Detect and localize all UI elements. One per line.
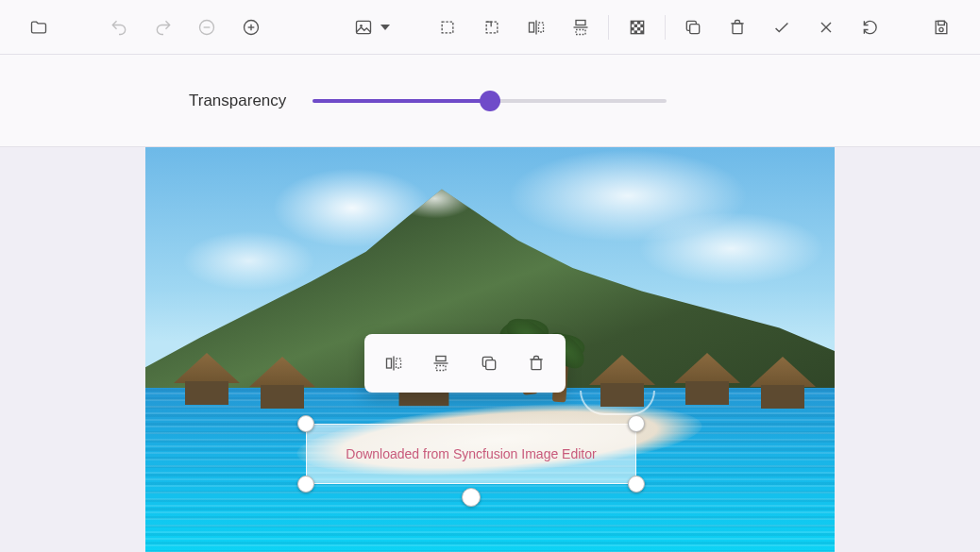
checker-icon bbox=[628, 18, 647, 37]
watermark-text: Downloaded from Syncfusion Image Editor bbox=[346, 446, 596, 461]
plus-circle-icon bbox=[242, 18, 261, 37]
check-icon bbox=[771, 17, 792, 38]
svg-rect-36 bbox=[485, 360, 495, 370]
resize-handle-top-right[interactable] bbox=[628, 415, 645, 432]
cancel-button[interactable] bbox=[803, 8, 848, 46]
duplicate-icon bbox=[684, 18, 702, 37]
selection-fill: Downloaded from Syncfusion Image Editor bbox=[306, 424, 636, 484]
resize-handle-top-left[interactable] bbox=[297, 415, 314, 432]
quick-duplicate-button[interactable] bbox=[468, 343, 510, 384]
svg-rect-31 bbox=[387, 359, 392, 368]
svg-rect-37 bbox=[532, 360, 541, 370]
save-button[interactable] bbox=[919, 8, 963, 46]
svg-point-29 bbox=[939, 27, 943, 31]
quick-flip-vertical-button[interactable] bbox=[420, 343, 462, 384]
image-background bbox=[249, 357, 315, 409]
rotate-handle[interactable] bbox=[462, 488, 481, 507]
svg-rect-24 bbox=[690, 24, 700, 33]
transparency-label: Transparency bbox=[189, 92, 286, 110]
toolbar-separator bbox=[665, 15, 666, 40]
image-background bbox=[674, 353, 740, 405]
canvas-area: Downloaded from Syncfusion Image Editor bbox=[0, 147, 980, 552]
crop-button[interactable] bbox=[426, 8, 470, 46]
close-icon bbox=[817, 18, 836, 37]
minus-circle-icon bbox=[197, 18, 216, 37]
edited-image[interactable]: Downloaded from Syncfusion Image Editor bbox=[145, 147, 835, 552]
svg-rect-8 bbox=[486, 22, 498, 33]
context-toolbar: Transparency bbox=[0, 55, 980, 147]
crop-icon bbox=[438, 18, 457, 37]
flip-horizontal-icon bbox=[527, 18, 546, 37]
reset-button[interactable] bbox=[848, 8, 892, 46]
selection-box[interactable]: Downloaded from Syncfusion Image Editor bbox=[306, 424, 636, 484]
svg-rect-28 bbox=[938, 21, 944, 25]
svg-rect-34 bbox=[436, 357, 446, 361]
svg-rect-18 bbox=[634, 24, 636, 26]
flip-vertical-button[interactable] bbox=[558, 8, 602, 46]
svg-rect-22 bbox=[634, 30, 636, 33]
reset-icon bbox=[861, 18, 880, 37]
quick-flip-horizontal-button[interactable] bbox=[373, 343, 414, 384]
svg-rect-35 bbox=[436, 366, 446, 371]
svg-rect-7 bbox=[442, 22, 453, 33]
trash-icon bbox=[527, 354, 546, 373]
svg-rect-25 bbox=[733, 23, 742, 33]
svg-rect-10 bbox=[529, 23, 533, 32]
slider-thumb[interactable] bbox=[480, 91, 500, 111]
svg-rect-23 bbox=[640, 30, 643, 33]
confirm-button[interactable] bbox=[760, 8, 804, 46]
svg-rect-16 bbox=[631, 21, 634, 24]
undo-icon bbox=[110, 18, 128, 37]
slider-fill bbox=[313, 99, 490, 103]
flip-horizontal-icon bbox=[384, 354, 403, 373]
transparency-button[interactable] bbox=[615, 8, 659, 46]
duplicate-button[interactable] bbox=[671, 8, 716, 46]
selection-quick-toolbar bbox=[364, 334, 566, 393]
folder-icon bbox=[29, 18, 48, 37]
open-button[interactable] bbox=[17, 8, 61, 46]
resize-button[interactable] bbox=[470, 8, 515, 46]
save-icon bbox=[932, 18, 951, 37]
flip-vertical-icon bbox=[571, 18, 590, 37]
zoom-in-button[interactable] bbox=[229, 8, 274, 46]
svg-rect-32 bbox=[397, 359, 401, 368]
resize-handle-bottom-left[interactable] bbox=[297, 476, 314, 493]
redo-icon bbox=[154, 18, 173, 37]
trash-icon bbox=[728, 18, 747, 37]
svg-rect-21 bbox=[637, 27, 640, 30]
image-background bbox=[174, 353, 240, 405]
duplicate-icon bbox=[480, 354, 498, 373]
resize-icon bbox=[482, 18, 501, 37]
chevron-down-icon bbox=[380, 25, 390, 30]
redo-button bbox=[141, 8, 185, 46]
toolbar-separator bbox=[608, 15, 609, 40]
main-toolbar bbox=[0, 0, 980, 55]
delete-button[interactable] bbox=[716, 8, 760, 46]
transparency-slider[interactable] bbox=[313, 92, 667, 110]
svg-rect-14 bbox=[576, 29, 585, 34]
image-icon bbox=[354, 18, 373, 37]
svg-rect-19 bbox=[640, 24, 643, 26]
image-background bbox=[750, 357, 816, 409]
zoom-out-button bbox=[185, 8, 229, 46]
resize-handle-bottom-right[interactable] bbox=[628, 476, 645, 493]
svg-rect-13 bbox=[576, 20, 585, 25]
svg-rect-17 bbox=[637, 21, 640, 24]
flip-vertical-icon bbox=[431, 354, 450, 373]
undo-button bbox=[96, 8, 141, 46]
image-dropdown[interactable] bbox=[345, 8, 399, 46]
quick-delete-button[interactable] bbox=[515, 343, 557, 384]
svg-rect-20 bbox=[631, 27, 634, 30]
svg-rect-5 bbox=[356, 21, 370, 33]
svg-rect-11 bbox=[538, 23, 543, 32]
flip-horizontal-button[interactable] bbox=[515, 8, 559, 46]
